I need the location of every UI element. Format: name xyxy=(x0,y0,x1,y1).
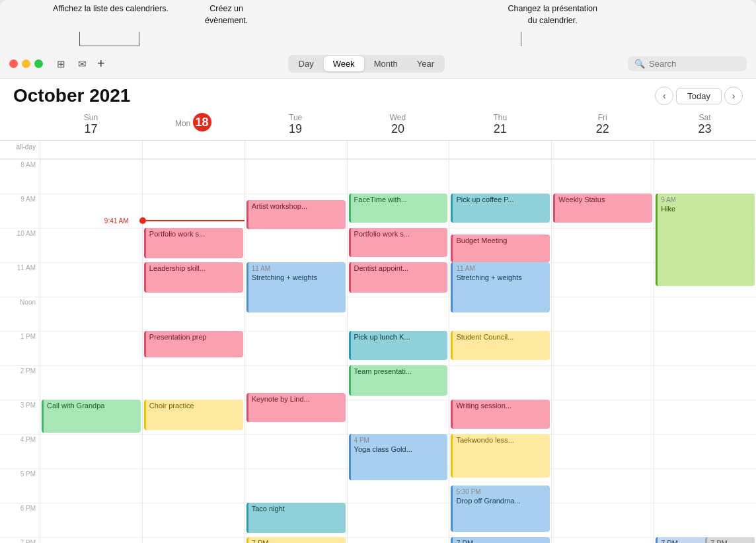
search-icon: 🔍 xyxy=(634,59,645,69)
event-tue-7pm[interactable]: 7 PM xyxy=(246,537,346,543)
day-name-sat: Sat xyxy=(699,113,711,122)
day-num-23: 23 xyxy=(654,122,756,136)
event-writing-session[interactable]: Writing session... xyxy=(451,400,550,429)
allday-sat xyxy=(654,141,756,159)
day-header-sat: Sat 23 xyxy=(654,110,756,140)
today-button[interactable]: Today xyxy=(676,88,722,104)
titlebar: ⊞ ✉ + Day Week Month Year 🔍 xyxy=(0,50,756,79)
event-taekwondo[interactable]: Taekwondo less... xyxy=(451,434,550,478)
traffic-lights xyxy=(9,59,43,68)
inbox-icon[interactable]: ✉ xyxy=(75,58,89,70)
time-grid: 8 AM 9 AM 10 AM 11 AM Noon 1 PM 2 PM 3 P… xyxy=(0,159,756,543)
day-header-tue: Tue 19 xyxy=(245,110,347,140)
event-presentation-prep[interactable]: Presentation prep xyxy=(144,331,243,357)
next-week-button[interactable]: › xyxy=(724,87,743,105)
month-year-title: October 2021 xyxy=(13,85,130,106)
day-col-fri: Weekly Status xyxy=(551,159,654,543)
annotation-create: Créez unévènement. xyxy=(205,3,248,26)
day-num-22: 22 xyxy=(551,122,654,136)
view-btn-week[interactable]: Week xyxy=(324,56,364,71)
event-sat-7pm-gray[interactable]: 7 PM xyxy=(705,537,755,543)
day-header-thu: Thu 21 xyxy=(449,110,551,140)
time-11am: 11 AM xyxy=(0,262,40,297)
event-portfolio-mon[interactable]: Portfolio work s... xyxy=(144,228,243,258)
day-name-fri: Fri xyxy=(598,113,607,122)
event-choir[interactable]: Choir practice xyxy=(144,400,243,430)
time-10am: 10 AM xyxy=(0,228,40,262)
event-budget-meeting[interactable]: Budget Meeting xyxy=(451,235,550,262)
search-input[interactable] xyxy=(649,59,735,69)
time-5pm: 5 PM xyxy=(0,468,40,503)
event-pick-up-coffee[interactable]: Pick up coffee P... xyxy=(451,194,550,223)
allday-sun xyxy=(40,141,142,159)
event-weekly-status[interactable]: Weekly Status xyxy=(553,194,652,223)
day-col-wed: FaceTime with... Portfolio work s... Den… xyxy=(347,159,449,543)
day-header-fri: Fri 22 xyxy=(551,110,654,140)
view-btn-day[interactable]: Day xyxy=(289,56,323,71)
allday-row: all-day xyxy=(0,141,756,159)
nav-controls: ‹ Today › xyxy=(655,87,743,105)
event-stretching-tue[interactable]: 11 AM Stretching + weights xyxy=(246,262,346,312)
event-facetime[interactable]: FaceTime with... xyxy=(349,194,448,223)
time-3pm: 3 PM xyxy=(0,400,40,434)
view-switcher: Day Week Month Year xyxy=(288,55,445,73)
close-button[interactable] xyxy=(9,59,18,68)
event-taco-night[interactable]: Taco night xyxy=(246,503,346,533)
day-num-19: 19 xyxy=(245,122,347,136)
event-stretching-thu[interactable]: 11 AM Stretching + weights xyxy=(451,262,550,312)
time-9am: 9 AM xyxy=(0,194,40,228)
calendar-header: October 2021 ‹ Today › xyxy=(0,79,756,110)
day-col-sat: 9 AM Hike 7 PM 7 PM xyxy=(654,159,756,543)
annotation-calendars: Affichez la liste des calendriers. xyxy=(53,3,169,15)
event-thu-7pm[interactable]: 7 PM xyxy=(451,537,550,543)
event-portfolio-wed[interactable]: Portfolio work s... xyxy=(349,228,448,257)
event-dentist[interactable]: Dentist appoint... xyxy=(349,262,448,293)
allday-wed xyxy=(347,141,449,159)
fullscreen-button[interactable] xyxy=(34,59,43,68)
search-box[interactable]: 🔍 xyxy=(628,56,747,71)
event-call-grandpa[interactable]: Call with Grandpa xyxy=(42,400,141,433)
day-name-tue: Tue xyxy=(289,113,302,122)
time-column: 8 AM 9 AM 10 AM 11 AM Noon 1 PM 2 PM 3 P… xyxy=(0,159,40,543)
day-col-tue: Artist workshop... 11 AM Stretching + we… xyxy=(245,159,347,543)
event-student-council[interactable]: Student Council... xyxy=(451,331,550,360)
calendar-list-icon[interactable]: ⊞ xyxy=(54,58,68,70)
time-8am: 8 AM xyxy=(0,159,40,194)
prev-week-button[interactable]: ‹ xyxy=(655,87,673,105)
day-name-thu: Thu xyxy=(494,113,508,122)
event-pick-up-lunch[interactable]: Pick up lunch K... xyxy=(349,331,448,360)
allday-thu xyxy=(449,141,551,159)
allday-mon xyxy=(142,141,245,159)
day-col-sun: Call with Grandpa xyxy=(40,159,142,543)
event-hike[interactable]: 9 AM Hike xyxy=(656,194,755,286)
allday-fri xyxy=(551,141,654,159)
time-noon: Noon xyxy=(0,297,40,331)
calendar-window: Affichez la liste des calendriers. Créez… xyxy=(0,0,756,543)
day-col-thu: Pick up coffee P... Budget Meeting 11 AM… xyxy=(449,159,551,543)
day-header-sun: Sun 17 xyxy=(40,110,142,140)
event-team-presentation[interactable]: Team presentati... xyxy=(349,365,448,396)
event-yoga[interactable]: 4 PM Yoga class Gold... xyxy=(349,434,448,480)
time-6pm: 6 PM xyxy=(0,503,40,537)
day-name-sun: Sun xyxy=(84,113,98,122)
day-num-18: 18 xyxy=(193,113,211,131)
event-leadership[interactable]: Leadership skill... xyxy=(144,262,243,293)
add-event-button[interactable]: + xyxy=(97,56,105,71)
day-name-wed: Wed xyxy=(390,113,406,122)
event-keynote[interactable]: Keynote by Lind... xyxy=(246,393,346,422)
day-num-20: 20 xyxy=(347,122,449,136)
event-dropoff[interactable]: 5:30 PM Drop off Grandma... xyxy=(451,486,550,532)
allday-tue xyxy=(245,141,347,159)
day-name-mon: Mon xyxy=(175,119,190,128)
event-artist-workshop[interactable]: Artist workshop... xyxy=(246,200,346,229)
day-header-wed: Wed 20 xyxy=(347,110,449,140)
day-headers: Sun 17 Mon 18 Tue 19 Wed 20 Thu 21 Fri 2… xyxy=(0,110,756,141)
day-num-17: 17 xyxy=(40,122,142,136)
time-7pm: 7 PM xyxy=(0,537,40,543)
minimize-button[interactable] xyxy=(22,59,30,68)
view-btn-month[interactable]: Month xyxy=(365,56,407,71)
view-btn-year[interactable]: Year xyxy=(408,56,443,71)
day-num-21: 21 xyxy=(449,122,551,136)
annotation-view: Changez la présentationdu calendrier. xyxy=(508,3,597,26)
time-2pm: 2 PM xyxy=(0,365,40,400)
